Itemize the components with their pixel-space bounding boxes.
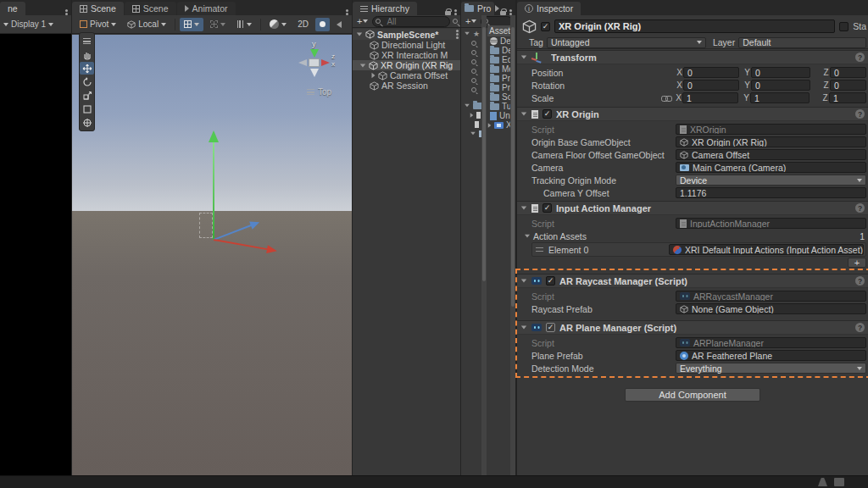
gizmo-right-cone[interactable] [321,59,330,66]
grid-snap-toggle[interactable] [180,18,203,31]
favorite-search-item[interactable] [461,47,481,57]
assets-root-folder[interactable] [461,101,481,110]
tab-inspector[interactable]: Inspector [517,2,581,15]
favorites-header[interactable] [461,29,481,38]
script-field[interactable]: XROrigin [676,124,866,135]
tree-subfolder[interactable] [461,110,481,119]
script-field[interactable]: ARRaycastManager [676,291,866,302]
tree-subfolder[interactable] [461,119,481,129]
transform-tool[interactable] [80,116,94,129]
foldout-icon[interactable] [521,207,526,210]
snap-increment-toggle[interactable] [206,18,230,31]
rect-tool[interactable] [80,103,94,115]
foldout-icon[interactable] [465,104,470,108]
array-size-value[interactable]: 1 [860,231,866,241]
asset-item[interactable]: XR [487,120,510,130]
component-enabled-checkbox[interactable] [546,323,555,332]
favorite-search-item[interactable] [461,66,481,75]
scene-viewport[interactable]: y z x Top [72,35,352,475]
origin-base-field[interactable]: XR Origin (XR Rig) [676,136,866,147]
tag-dropdown[interactable]: Untagged [547,37,706,48]
view-label[interactable]: Top [307,87,331,97]
tracking-mode-dropdown[interactable]: Device [676,175,866,186]
display-selector[interactable]: Display 1 [11,19,46,29]
move-tool[interactable] [80,62,94,75]
display-dropdown-icon[interactable] [48,23,53,26]
shading-mode-button[interactable] [265,18,291,31]
hierarchy-item-ar-session[interactable]: AR Session [353,80,460,91]
scene-row-menu-icon[interactable] [456,33,459,36]
gameobject-active-checkbox[interactable] [541,22,550,31]
component-enabled-checkbox[interactable] [542,203,552,213]
tab-hierarchy[interactable]: Hierarchy [353,2,417,15]
foldout-icon[interactable] [525,235,530,238]
position-z-field[interactable]: 0 [830,67,866,78]
static-checkbox[interactable] [839,22,849,31]
asset-item[interactable]: Me [487,64,510,74]
camera-floor-field[interactable]: Camera Offset [676,149,866,160]
tab-game[interactable]: ne [0,2,25,15]
tab-scene-1[interactable]: Scene [72,2,124,15]
pivot-toggle[interactable]: Pivot [75,18,120,31]
scale-tool[interactable] [80,89,94,102]
tab-scene-2[interactable]: Scene [125,2,176,15]
script-field[interactable]: ARPlaneManager [676,337,866,348]
position-y-field[interactable]: 0 [751,67,810,78]
rotation-x-field[interactable]: 0 [683,80,739,91]
foldout-icon[interactable] [372,73,376,78]
foldout-icon[interactable] [521,56,526,59]
help-icon[interactable] [855,53,865,62]
transform-header[interactable]: Transform [517,50,868,64]
gizmo-down-cone[interactable] [310,69,319,77]
asset-item[interactable]: Sc [487,92,510,102]
foldout-icon[interactable] [465,32,470,36]
tool-handle-snap[interactable] [232,18,256,31]
raycast-prefab-field[interactable]: None (Game Object) [676,303,866,314]
rotate-tool[interactable] [80,75,94,88]
input-action-manager-header[interactable]: Input Action Manager [517,201,868,215]
asset-item[interactable]: Tu [487,102,510,111]
help-icon[interactable] [855,203,865,213]
asset-item[interactable]: Ed [487,55,510,64]
xr-origin-header[interactable]: XR Origin [517,107,868,121]
ar-raycast-manager-header[interactable]: AR Raycast Manager (Script) [517,274,868,288]
rotation-y-field[interactable]: 0 [751,80,810,91]
favorite-search-item[interactable] [461,38,481,47]
scale-y-field[interactable]: 1 [750,92,810,103]
component-enabled-checkbox[interactable] [542,109,552,119]
foldout-icon[interactable] [521,113,526,116]
scale-x-field[interactable]: 1 [682,92,738,103]
project-right-scrollbar[interactable] [510,15,515,475]
hand-tool[interactable] [80,48,94,61]
foldout-icon[interactable] [360,64,365,67]
element-0-row[interactable]: Element 0 XRI Default Input Actions (Inp… [532,243,865,256]
audio-toggle[interactable] [332,18,346,31]
camera-y-offset-field[interactable]: 1.1176 [676,187,866,198]
hierarchy-item-xr-origin[interactable]: XR Origin (XR Rig [353,60,460,70]
asset-item[interactable]: Pr [487,83,510,92]
palette-grip[interactable] [80,35,94,47]
hierarchy-item-directional-light[interactable]: Directional Light [353,40,460,50]
favorite-search-item[interactable] [461,57,481,66]
orientation-gizmo[interactable]: y z x [296,42,338,91]
ar-plane-manager-header[interactable]: AR Plane Manager (Script) [517,320,868,335]
camera-field[interactable]: Main Camera (Camera) [676,162,866,173]
favorite-search-item[interactable] [461,85,481,94]
notifications-muted-icon[interactable] [818,478,827,486]
2d-toggle[interactable]: 2D [293,18,313,31]
asset-item[interactable]: Un [487,111,510,120]
foldout-icon[interactable] [357,33,362,36]
help-icon[interactable] [855,323,865,332]
game-viewport[interactable] [0,35,71,475]
hierarchy-item-camera-offset[interactable]: Camera Offset [353,70,460,80]
foldout-icon[interactable] [521,280,526,283]
scale-z-field[interactable]: 1 [829,92,866,103]
script-field[interactable]: InputActionManager [676,218,866,229]
foldout-icon[interactable] [470,132,476,136]
detection-mode-dropdown[interactable]: Everything [676,363,866,374]
search-by-type-icon[interactable] [453,19,458,24]
gizmo-center[interactable] [309,58,320,67]
tree-subfolder[interactable] [461,129,481,138]
project-splitter-scrollbar[interactable] [481,15,487,475]
gameobject-name-field[interactable] [554,19,835,33]
